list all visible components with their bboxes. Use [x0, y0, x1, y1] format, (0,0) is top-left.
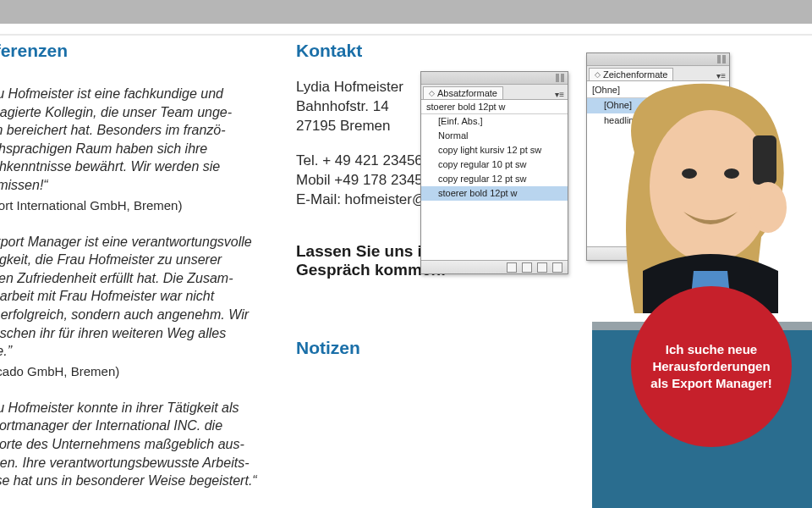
current-style-row: stoerer bold 12pt w — [421, 100, 568, 114]
style-label: copy regular 12 pt sw — [438, 174, 527, 184]
reference-attrib: ercado GmbH, Bremen) — [0, 364, 281, 378]
column-referenzen: eferenzen rau Hofmeister ist eine fachku… — [0, 41, 281, 494]
current-style-label: stoerer bold 12pt w — [426, 102, 506, 112]
style-label: copy light kursiv 12 pt sw — [438, 145, 541, 155]
reference-quote: rau Hofmeister ist eine fachkundige und … — [0, 85, 281, 195]
style-label: Normal — [438, 130, 468, 141]
panel-footer — [421, 260, 568, 273]
bubble-line: Herausforderungen — [652, 359, 770, 373]
heading-kontakt: Kontakt — [296, 41, 550, 61]
svg-rect-3 — [753, 135, 776, 185]
style-label: stoerer bold 12pt w — [438, 188, 518, 198]
style-row[interactable]: copy light kursiv 12 pt sw — [421, 143, 568, 157]
panel-titlebar[interactable] — [421, 72, 568, 85]
heading-referenzen: eferenzen — [0, 41, 281, 61]
style-row[interactable]: [Einf. Abs.] — [421, 114, 568, 129]
divider — [0, 34, 812, 36]
style-row[interactable]: Normal — [421, 129, 568, 143]
trash-icon[interactable] — [552, 262, 562, 273]
svg-point-4 — [749, 182, 787, 233]
panel-absatzformate[interactable]: ◇Absatzformate ▾≡ stoerer bold 12pt w [E… — [420, 71, 568, 274]
reference-quote: Export Manager ist eine verantwortungsvo… — [0, 233, 281, 361]
chevron-icon: ◇ — [429, 89, 435, 97]
reference-quote: rau Hofmeister konnte in ihrer Tätigkeit… — [0, 399, 281, 490]
svg-point-1 — [682, 168, 697, 179]
style-row[interactable]: copy regular 10 pt sw — [421, 157, 568, 172]
bubble-line: Ich suche neue — [666, 342, 757, 356]
style-list: [Einf. Abs.] Normal copy light kursiv 12… — [421, 114, 568, 260]
panel-grip-icon — [556, 74, 564, 82]
style-label: copy regular 10 pt sw — [438, 159, 527, 169]
style-row[interactable]: copy regular 12 pt sw — [421, 172, 568, 186]
new-style-icon[interactable] — [537, 262, 547, 273]
footer-icon[interactable] — [522, 262, 532, 273]
tab-label: Absatzformate — [437, 88, 497, 98]
svg-point-2 — [724, 168, 739, 179]
footer-icon[interactable] — [507, 262, 517, 273]
bubble-line: als Export Manager! — [650, 376, 771, 390]
style-label: [Einf. Abs.] — [438, 116, 483, 126]
person-illustration — [584, 59, 812, 313]
svg-point-0 — [650, 110, 771, 262]
callout-bubble: Ich suche neue Herausforderungen als Exp… — [631, 286, 792, 447]
heading-notizen: Notizen — [296, 338, 550, 358]
panel-tab[interactable]: ◇Absatzformate — [423, 86, 503, 99]
app-topbar — [0, 0, 812, 24]
cta-line: Lassen Sie uns ins — [296, 242, 441, 260]
reference-attrib: xport International GmbH, Bremen) — [0, 198, 281, 213]
style-row[interactable]: stoerer bold 12pt w — [421, 186, 568, 201]
panel-tabrow: ◇Absatzformate ▾≡ — [421, 85, 568, 100]
person-photo — [584, 59, 812, 313]
panel-menu-icon[interactable]: ▾≡ — [551, 90, 568, 99]
